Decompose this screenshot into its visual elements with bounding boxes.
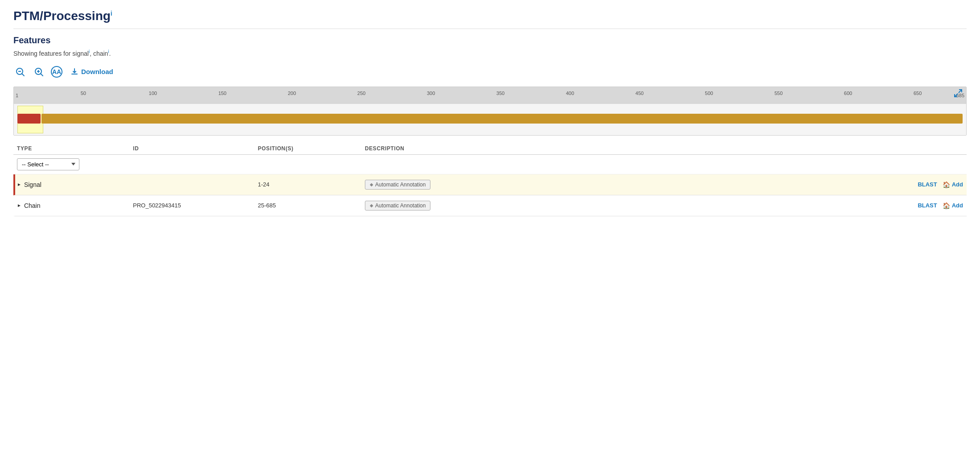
page-title-text: PTM/Processing <box>13 9 111 23</box>
svg-line-6 <box>41 74 43 76</box>
ruler-tick-150: 150 <box>218 91 226 96</box>
row-signal-type: ► Signal <box>17 181 133 188</box>
zoom-in-icon <box>34 67 44 77</box>
page-title-sup: i <box>111 10 112 17</box>
zoom-out-icon <box>15 67 25 77</box>
add-icon: 🏠 <box>943 181 950 188</box>
svg-line-2 <box>22 74 25 76</box>
expand-button[interactable] <box>954 89 963 100</box>
aa-label: AA <box>52 68 61 75</box>
annotation-icon: ◆ <box>370 182 373 187</box>
signal-track[interactable] <box>17 114 41 124</box>
download-icon <box>70 68 79 76</box>
sequence-viewer: 1 685 50 100 150 200 250 300 350 400 450… <box>13 87 967 136</box>
signal-row-actions: BLAST 🏠 Add <box>918 181 963 188</box>
signal-add-button[interactable]: 🏠 Add <box>943 181 963 188</box>
svg-line-7 <box>959 90 962 93</box>
track-area <box>14 104 966 135</box>
ruler-tick-100: 100 <box>149 91 157 96</box>
signal-arrow-icon: ► <box>17 182 21 187</box>
chain-add-icon: 🏠 <box>943 202 950 209</box>
ruler: 1 685 50 100 150 200 250 300 350 400 450… <box>14 87 966 104</box>
features-subtext-period: . <box>109 50 111 57</box>
ruler-tick-200: 200 <box>288 91 296 96</box>
table-row-signal: ► Signal 1-24 ◆ Automatic Annotation BLA… <box>13 174 967 195</box>
ruler-tick-650: 650 <box>914 91 922 96</box>
signal-annotation-badge: ◆ Automatic Annotation <box>365 180 430 190</box>
ruler-tick-500: 500 <box>705 91 713 96</box>
ruler-tick-600: 600 <box>844 91 852 96</box>
chain-position: 25-685 <box>258 202 365 209</box>
signal-position: 1-24 <box>258 181 365 188</box>
chain-row-actions: BLAST 🏠 Add <box>918 202 963 209</box>
row-chain-type: ► Chain <box>17 202 133 209</box>
ruler-tick-400: 400 <box>566 91 574 96</box>
col-header-positions: POSITION(S) <box>258 145 365 152</box>
ruler-tick-300: 300 <box>427 91 435 96</box>
ruler-tick-50: 50 <box>81 91 86 96</box>
chain-blast-button[interactable]: BLAST <box>918 202 937 209</box>
toolbar: AA Download <box>13 65 967 78</box>
features-subtext-chain: , chain <box>90 50 108 57</box>
ruler-tick-250: 250 <box>357 91 365 96</box>
chain-annotation-badge: ◆ Automatic Annotation <box>365 201 430 211</box>
chain-add-button[interactable]: 🏠 Add <box>943 202 963 209</box>
col-header-description: DESCRIPTION <box>365 145 963 152</box>
chain-description: ◆ Automatic Annotation <box>365 201 918 211</box>
aa-button[interactable]: AA <box>51 66 62 78</box>
signal-description: ◆ Automatic Annotation <box>365 180 918 190</box>
chain-id: PRO_5022943415 <box>133 202 258 209</box>
chain-annotation-text: Automatic Annotation <box>375 202 426 209</box>
table-header-row: TYPE ID POSITION(S) DESCRIPTION <box>13 143 967 155</box>
signal-annotation-text: Automatic Annotation <box>375 182 426 188</box>
chain-annotation-icon: ◆ <box>370 203 373 208</box>
page-container: PTM/Processingi Features Showing feature… <box>0 0 980 225</box>
chain-arrow-icon: ► <box>17 203 21 208</box>
features-section-title: Features <box>13 35 967 45</box>
zoom-out-button[interactable] <box>13 65 27 78</box>
features-subtext-start: Showing features for signal <box>13 50 89 57</box>
chain-track[interactable] <box>41 114 963 124</box>
type-select-row: -- Select -- Signal Chain <box>13 155 967 174</box>
type-select[interactable]: -- Select -- Signal Chain <box>17 158 79 170</box>
ruler-start: 1 <box>16 93 18 98</box>
download-label: Download <box>81 68 113 75</box>
ruler-tick-350: 350 <box>496 91 504 96</box>
svg-line-8 <box>955 94 958 97</box>
col-header-id: ID <box>133 145 258 152</box>
table-row-chain: ► Chain PRO_5022943415 25-685 ◆ Automati… <box>13 195 967 216</box>
signal-blast-button[interactable]: BLAST <box>918 181 937 188</box>
expand-icon <box>954 89 963 98</box>
table-section: TYPE ID POSITION(S) DESCRIPTION -- Selec… <box>13 143 967 216</box>
signal-add-label: Add <box>952 181 963 188</box>
ruler-tick-550: 550 <box>774 91 782 96</box>
ruler-tick-450: 450 <box>636 91 644 96</box>
zoom-in-button[interactable] <box>32 65 45 78</box>
download-button[interactable]: Download <box>68 66 116 78</box>
chain-type-label: Chain <box>24 202 41 209</box>
chain-add-label: Add <box>952 202 963 209</box>
signal-type-label: Signal <box>24 181 41 188</box>
page-title: PTM/Processingi <box>13 9 967 29</box>
features-subtext: Showing features for signali, chaini. <box>13 49 967 57</box>
type-select-cell: -- Select -- Signal Chain <box>17 158 133 170</box>
col-header-type: TYPE <box>17 145 133 152</box>
